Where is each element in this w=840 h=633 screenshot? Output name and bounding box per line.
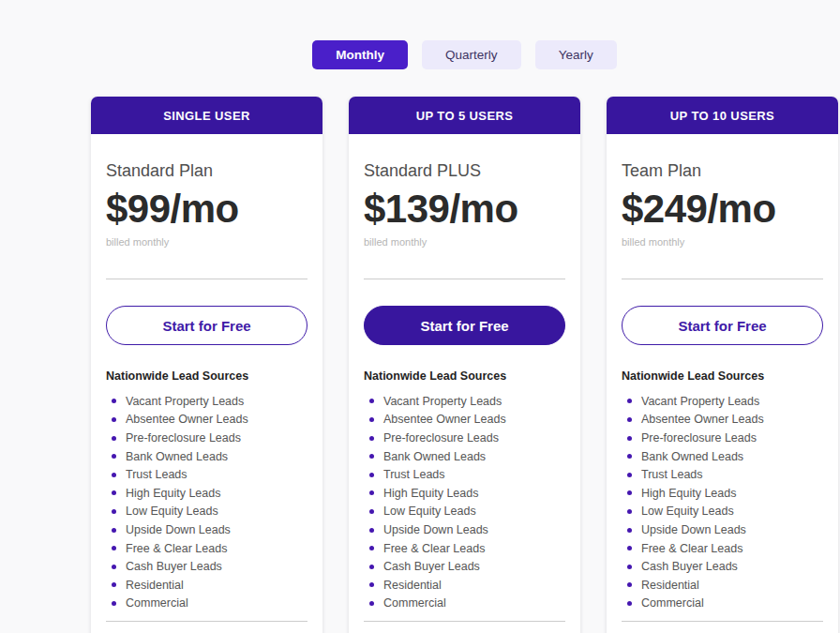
bullet-dot-icon bbox=[112, 417, 116, 422]
feature-item: Free & Clear Leads bbox=[622, 539, 823, 558]
bullet-dot-icon bbox=[112, 399, 116, 403]
feature-label: Cash Buyer Leads bbox=[126, 560, 222, 573]
feature-label: Bank Owned Leads bbox=[383, 450, 486, 463]
feature-label: Residential bbox=[641, 579, 699, 592]
plan-card-body: Standard Plan $99/mo billed monthly Star… bbox=[91, 161, 322, 622]
bullet-dot-icon bbox=[112, 454, 116, 459]
feature-item: Low Equity Leads bbox=[106, 503, 308, 521]
feature-item: Commercial bbox=[106, 595, 308, 613]
start-for-free-button[interactable]: Start for Free bbox=[106, 306, 308, 345]
bullet-dot-icon bbox=[627, 546, 632, 550]
feature-item: Pre-foreclosure Leads bbox=[622, 429, 823, 447]
toggle-quarterly[interactable]: Quarterly bbox=[422, 40, 521, 69]
bullet-dot-icon bbox=[112, 490, 116, 495]
feature-label: High Equity Leads bbox=[126, 487, 220, 500]
start-for-free-button[interactable]: Start for Free bbox=[622, 306, 823, 345]
feature-label: Trust Leads bbox=[126, 468, 188, 481]
feature-label: Cash Buyer Leads bbox=[383, 560, 480, 573]
feature-label: Residential bbox=[126, 579, 184, 592]
plan-name: Standard PLUS bbox=[364, 161, 565, 181]
plan-price: $139/mo bbox=[364, 188, 565, 230]
feature-label: Commercial bbox=[641, 596, 704, 610]
feature-item: Bank Owned Leads bbox=[106, 447, 308, 466]
feature-label: Vacant Property Leads bbox=[383, 395, 502, 408]
bullet-dot-icon bbox=[112, 436, 116, 441]
plan-badge: SINGLE USER bbox=[91, 97, 322, 134]
feature-label: Absentee Owner Leads bbox=[383, 413, 506, 426]
plan-card-body: Team Plan $249/mo billed monthly Start f… bbox=[607, 161, 838, 622]
bullet-dot-icon bbox=[369, 546, 374, 550]
feature-item: Free & Clear Leads bbox=[106, 539, 308, 558]
feature-label: Upside Down Leads bbox=[126, 523, 231, 536]
feature-label: Upside Down Leads bbox=[383, 523, 488, 536]
feature-item: Upside Down Leads bbox=[106, 520, 308, 539]
feature-item: Residential bbox=[622, 576, 823, 595]
feature-item: Vacant Property Leads bbox=[106, 392, 308, 411]
feature-item: Low Equity Leads bbox=[364, 503, 565, 521]
feature-label: Commercial bbox=[126, 596, 188, 610]
bullet-dot-icon bbox=[369, 528, 374, 533]
feature-item: Bank Owned Leads bbox=[622, 447, 823, 466]
bullet-dot-icon bbox=[112, 546, 116, 550]
bullet-dot-icon bbox=[369, 582, 374, 587]
feature-label: Vacant Property Leads bbox=[641, 395, 759, 408]
feature-item: Free & Clear Leads bbox=[364, 539, 565, 558]
plan-card-team: UP TO 10 USERS Team Plan $249/mo billed … bbox=[607, 97, 838, 633]
feature-label: Low Equity Leads bbox=[641, 505, 734, 518]
feature-label: Free & Clear Leads bbox=[641, 542, 742, 555]
plan-price: $249/mo bbox=[622, 188, 823, 230]
feature-label: Vacant Property Leads bbox=[126, 395, 244, 408]
bullet-dot-icon bbox=[369, 601, 374, 606]
toggle-yearly[interactable]: Yearly bbox=[535, 40, 617, 69]
plan-card-standard-plus: UP TO 5 USERS Standard PLUS $139/mo bill… bbox=[349, 97, 580, 633]
bullet-dot-icon bbox=[627, 436, 632, 441]
divider bbox=[622, 621, 823, 622]
bullet-dot-icon bbox=[112, 528, 116, 533]
bullet-dot-icon bbox=[627, 582, 632, 587]
bullet-dot-icon bbox=[627, 601, 632, 606]
bullet-dot-icon bbox=[369, 490, 374, 495]
feature-label: Pre-foreclosure Leads bbox=[641, 431, 757, 445]
feature-label: Upside Down Leads bbox=[641, 523, 746, 536]
pricing-page: Monthly Quarterly Yearly SINGLE USER Sta… bbox=[91, 0, 838, 633]
plan-name: Standard Plan bbox=[106, 161, 308, 181]
bullet-dot-icon bbox=[369, 509, 374, 514]
billing-period-toggle: Monthly Quarterly Yearly bbox=[91, 40, 838, 69]
bullet-dot-icon bbox=[627, 565, 632, 569]
bullet-dot-icon bbox=[369, 417, 374, 422]
plan-card-body: Standard PLUS $139/mo billed monthly Sta… bbox=[349, 161, 580, 622]
feature-item: Low Equity Leads bbox=[622, 503, 823, 521]
bullet-dot-icon bbox=[627, 490, 632, 495]
bullet-dot-icon bbox=[627, 473, 632, 477]
billing-note: billed monthly bbox=[106, 236, 308, 248]
feature-item: Absentee Owner Leads bbox=[106, 411, 308, 430]
feature-label: Low Equity Leads bbox=[126, 505, 218, 518]
feature-label: Cash Buyer Leads bbox=[641, 560, 738, 573]
bullet-dot-icon bbox=[112, 473, 116, 477]
divider bbox=[106, 279, 308, 279]
bullet-dot-icon bbox=[627, 528, 632, 533]
toggle-monthly[interactable]: Monthly bbox=[312, 40, 408, 69]
feature-label: High Equity Leads bbox=[641, 487, 736, 500]
divider bbox=[106, 621, 308, 622]
feature-label: High Equity Leads bbox=[383, 487, 478, 500]
feature-item: Commercial bbox=[622, 595, 823, 613]
billing-note: billed monthly bbox=[622, 236, 823, 248]
feature-item: Pre-foreclosure Leads bbox=[106, 429, 308, 447]
feature-item: Trust Leads bbox=[364, 465, 565, 484]
bullet-dot-icon bbox=[112, 601, 116, 606]
feature-label: Bank Owned Leads bbox=[126, 450, 228, 463]
bullet-dot-icon bbox=[627, 509, 632, 514]
features-heading: Nationwide Lead Sources bbox=[622, 369, 823, 383]
feature-item: Vacant Property Leads bbox=[364, 392, 565, 411]
bullet-dot-icon bbox=[112, 509, 116, 514]
bullet-dot-icon bbox=[627, 454, 632, 459]
feature-item: Absentee Owner Leads bbox=[364, 411, 565, 430]
feature-item: High Equity Leads bbox=[622, 484, 823, 503]
start-for-free-button[interactable]: Start for Free bbox=[364, 306, 565, 345]
feature-label: Trust Leads bbox=[641, 468, 703, 481]
feature-item: High Equity Leads bbox=[364, 484, 565, 503]
feature-label: Bank Owned Leads bbox=[641, 450, 743, 463]
feature-item: Residential bbox=[364, 576, 565, 595]
feature-item: Bank Owned Leads bbox=[364, 447, 565, 466]
